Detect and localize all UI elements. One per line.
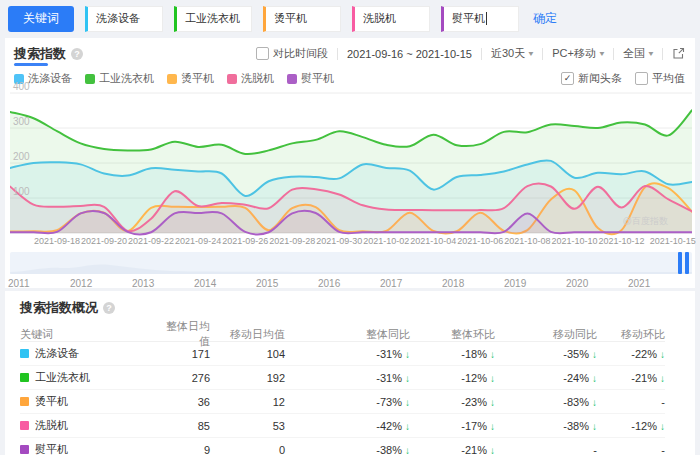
date-range[interactable]: 2021-09-16 ~ 2021-10-15: [347, 48, 472, 60]
average-toggle[interactable]: 平均值: [635, 71, 685, 86]
legend-swatch: [85, 74, 95, 84]
table-row[interactable]: 工业洗衣机276192-31%↓-12%↓-24%↓-21%↓: [20, 366, 665, 390]
overlay-toggles: ✓ 新闻头条 平均值: [561, 71, 685, 86]
value-cell: -12%↓: [597, 420, 665, 432]
value-cell: 0: [210, 444, 285, 455]
divider: [337, 48, 338, 60]
table-row[interactable]: 洗涤设备171104-31%↓-18%↓-35%↓-22%↓: [20, 342, 665, 366]
cell-value: -: [661, 444, 665, 455]
timeline-year-label: 2012: [70, 278, 92, 289]
legend-item-1[interactable]: 工业洗衣机: [85, 71, 154, 86]
keyword-swatch: [20, 397, 29, 406]
timeline-year-label: 2013: [132, 278, 154, 289]
panel-title-row: 搜索指数 ?: [14, 45, 83, 63]
column-header: 移动环比: [597, 327, 665, 342]
legend-swatch: [227, 74, 237, 84]
device-dropdown[interactable]: PC+移动 ▾: [552, 46, 604, 61]
legend-item-2[interactable]: 烫平机: [167, 71, 214, 86]
table-body: 洗涤设备171104-31%↓-18%↓-35%↓-22%↓工业洗衣机27619…: [20, 342, 665, 455]
cell-value: -38%: [563, 420, 589, 432]
legend-swatch: [287, 74, 297, 84]
timeline-year-label: 2011: [8, 278, 30, 289]
help-icon[interactable]: ?: [103, 302, 115, 314]
keyword-tag[interactable]: 熨平机: [441, 6, 519, 32]
average-label: 平均值: [652, 71, 685, 86]
keyword-name: 洗脱机: [35, 418, 68, 433]
timeline-year-label: 2017: [380, 278, 402, 289]
down-arrow-icon: ↓: [660, 421, 665, 432]
overview-title-row: 搜索指数概况 ?: [20, 299, 115, 317]
news-toggle[interactable]: ✓ 新闻头条: [561, 71, 622, 86]
x-axis-label: 2021-10-08: [504, 236, 550, 246]
cell-value: -24%: [563, 372, 589, 384]
cell-value: -21%: [461, 444, 487, 455]
value-cell: -23%↓: [410, 396, 495, 408]
keyword-name: 洗涤设备: [35, 346, 79, 361]
cell-value: 12: [273, 396, 285, 408]
keyword-tag-label: 洗脱机: [363, 11, 396, 26]
table-row[interactable]: 熨平机90-38%↓-21%↓--: [20, 438, 665, 455]
value-cell: -: [495, 444, 597, 455]
column-header: 整体同比: [285, 327, 410, 342]
down-arrow-icon: ↓: [660, 349, 665, 360]
x-axis-label: 2021-10-06: [457, 236, 503, 246]
column-header: 整体环比: [410, 327, 495, 342]
compare-checkbox[interactable]: [256, 47, 269, 60]
region-dropdown[interactable]: 全国 ▾: [623, 46, 653, 61]
compare-label: 对比时间段: [273, 46, 328, 61]
average-checkbox[interactable]: [635, 72, 648, 85]
timeline-year-label: 2018: [442, 278, 464, 289]
news-label: 新闻头条: [578, 71, 622, 86]
cell-value: -12%: [461, 372, 487, 384]
legend-label: 洗涤设备: [28, 71, 72, 86]
timeline-handle[interactable]: [678, 252, 689, 274]
text-cursor-icon: [486, 12, 487, 25]
keyword-tag[interactable]: 洗涤设备: [85, 6, 163, 32]
period-dropdown[interactable]: 近30天 ▾: [491, 46, 533, 61]
keyword-tag[interactable]: 烫平机: [263, 6, 341, 32]
keyword-label-button[interactable]: 关键词: [8, 6, 74, 32]
keyword-cell: 洗涤设备: [20, 346, 160, 361]
compare-period-toggle[interactable]: 对比时间段: [256, 46, 328, 61]
legend-item-4[interactable]: 熨平机: [287, 71, 334, 86]
keyword-tag[interactable]: 工业洗衣机: [174, 6, 252, 32]
value-cell: -38%↓: [495, 420, 597, 432]
cell-value: -42%: [376, 420, 402, 432]
value-cell: 85: [160, 420, 210, 432]
timeline-slider[interactable]: [10, 252, 692, 274]
cell-value: -23%: [461, 396, 487, 408]
confirm-button[interactable]: 确定: [533, 10, 557, 27]
keyword-cell: 熨平机: [20, 442, 160, 455]
divider: [662, 48, 663, 60]
x-axis-label: 2021-09-28: [269, 236, 315, 246]
table-row[interactable]: 洗脱机8553-42%↓-17%↓-38%↓-12%↓: [20, 414, 665, 438]
y-axis-label: 200: [13, 151, 30, 162]
value-cell: -73%↓: [285, 396, 410, 408]
trend-chart[interactable]: 100200300400: [10, 90, 692, 238]
value-cell: -31%↓: [285, 372, 410, 384]
keyword-name: 熨平机: [35, 442, 68, 455]
keyword-swatch: [20, 445, 29, 454]
table-row[interactable]: 烫平机3612-73%↓-23%↓-83%↓-: [20, 390, 665, 414]
value-cell: -24%↓: [495, 372, 597, 384]
keyword-tags: 洗涤设备工业洗衣机烫平机洗脱机熨平机: [85, 6, 519, 32]
value-cell: -: [597, 396, 665, 408]
value-cell: -21%↓: [410, 444, 495, 455]
value-cell: 276: [160, 372, 210, 384]
region-value: 全国: [623, 46, 645, 61]
news-checkbox[interactable]: ✓: [561, 72, 574, 85]
cell-value: -17%: [461, 420, 487, 432]
timeline-minimap: [10, 252, 692, 274]
down-arrow-icon: ↓: [660, 373, 665, 384]
cell-value: -38%: [376, 444, 402, 455]
cell-value: 85: [198, 420, 210, 432]
x-axis-label: 2021-09-26: [222, 236, 268, 246]
share-icon[interactable]: [672, 47, 685, 60]
keyword-swatch: [20, 421, 29, 430]
help-icon[interactable]: ?: [71, 48, 83, 60]
legend-item-3[interactable]: 洗脱机: [227, 71, 274, 86]
keyword-tag[interactable]: 洗脱机: [352, 6, 430, 32]
x-axis-label: 2021-09-24: [175, 236, 221, 246]
value-cell: -: [597, 444, 665, 455]
legend-label: 工业洗衣机: [99, 71, 154, 86]
